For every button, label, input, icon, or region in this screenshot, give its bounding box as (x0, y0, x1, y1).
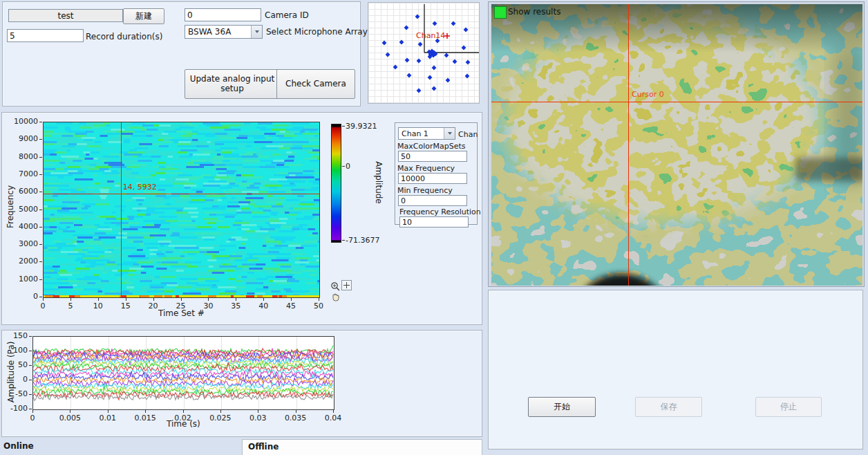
camera-panel: Cursor 0 Show results (488, 1, 865, 287)
tick-mark (126, 298, 126, 301)
spectrogram-cursor-vline[interactable] (121, 122, 122, 297)
tick-mark (43, 298, 44, 301)
cursor-tool-icon[interactable] (341, 280, 352, 290)
waveform-y-tick-label: -100 (10, 404, 28, 413)
tick-mark (181, 298, 182, 301)
waveform-x-tick-label: 0.015 (134, 414, 156, 423)
tick-mark (29, 351, 32, 351)
max-frequency-label: Max Frequency (397, 164, 455, 173)
camera-cursor-vline[interactable] (628, 4, 629, 286)
spectrogram-y-tick-label: 3000 (19, 239, 38, 248)
amplitude-colorbar[interactable] (331, 124, 341, 243)
tick-mark (29, 409, 32, 409)
record-duration-label: Record duration(s) (86, 32, 162, 41)
channel-label: Chan (458, 130, 478, 139)
camera-id-input[interactable] (185, 8, 261, 21)
spectrogram-plot[interactable]: 14, 5932 (43, 122, 320, 298)
camera-id-label: Camera ID (265, 10, 309, 20)
spectrogram-x-tick-label: 40 (258, 301, 268, 310)
max-colormap-label: MaxColorMapSets (397, 142, 465, 151)
tick-mark (29, 365, 32, 366)
tick-mark (39, 139, 42, 140)
tick-mark (39, 297, 42, 297)
offline-tab[interactable]: Offline (242, 439, 482, 455)
spectrogram-y-tick-label: 4000 (19, 222, 38, 231)
frequency-resolution-label: Frequency Resolution (399, 207, 481, 216)
camera-cursor-label: Cursor 0 (632, 90, 664, 99)
tick-mark (70, 298, 71, 301)
max-colormap-input[interactable] (398, 151, 467, 162)
tick-mark (39, 210, 42, 210)
frequency-resolution-input[interactable] (399, 216, 469, 228)
pan-tool-icon[interactable] (330, 292, 341, 303)
mic-array-plot[interactable]: Chan14 (368, 2, 480, 104)
tick-mark (291, 298, 292, 301)
start-button[interactable]: 开始 (528, 397, 596, 417)
tick-mark (145, 410, 146, 413)
waveform-y-tick-label: 100 (13, 346, 28, 355)
spectrogram-cursor-hline[interactable] (44, 194, 319, 194)
tick-mark (70, 410, 70, 413)
new-project-button[interactable]: 新建 (123, 8, 164, 24)
min-frequency-input[interactable] (398, 195, 467, 206)
spectrogram-x-tick-label: 45 (286, 301, 296, 310)
tick-mark (319, 298, 319, 301)
waveform-y-tick-label: 50 (18, 360, 28, 369)
max-frequency-input[interactable] (398, 173, 467, 184)
waveform-x-tick-label: 0 (30, 414, 35, 423)
stop-button[interactable]: 停止 (755, 397, 822, 417)
update-analog-button[interactable]: Update analog input setup (185, 69, 280, 99)
online-tab-label[interactable]: Online (3, 441, 34, 451)
tick-mark (29, 380, 32, 380)
show-results-toggle[interactable] (494, 6, 507, 19)
offline-tab-label: Offline (248, 442, 279, 452)
chevron-down-icon[interactable] (251, 26, 262, 38)
tick-mark (39, 261, 42, 262)
tick-mark (29, 394, 32, 395)
check-camera-button[interactable]: Check Camera (276, 69, 355, 99)
tick-mark (108, 410, 108, 413)
tick-mark (39, 244, 42, 245)
spectrogram-x-tick-label: 35 (231, 301, 240, 310)
waveform-y-tick-label: 0 (23, 375, 28, 384)
channel-controls-box: Chan 1 Chan MaxColorMapSets Max Frequenc… (395, 122, 478, 225)
tick-mark (208, 298, 209, 301)
waveform-x-tick-label: 0.005 (59, 414, 82, 423)
project-name-input[interactable] (8, 9, 123, 22)
tick-mark (98, 298, 99, 301)
chevron-down-icon[interactable] (444, 128, 455, 139)
tick-mark (258, 410, 258, 413)
tick-mark (263, 298, 264, 301)
spectrogram-x-tick-label: 0 (41, 301, 46, 310)
spectrogram-y-tick-label: 6000 (19, 187, 38, 196)
acoustic-camera-app: 新建 Record duration(s) Camera ID BSWA 36A… (0, 0, 868, 455)
tick-mark (29, 336, 32, 337)
spectrogram-x-axis-title: Time Set # (158, 308, 205, 318)
spectrogram-x-tick-label: 50 (314, 301, 323, 310)
mic-array-label: Select Microphone Array (266, 27, 368, 37)
camera-image[interactable]: Cursor 0 Show results (491, 4, 862, 286)
channel-dropdown[interactable]: Chan 1 (398, 127, 455, 140)
tick-mark (39, 279, 42, 280)
waveform-x-axis-title: Time (s) (167, 419, 200, 429)
camera-cursor-hline[interactable] (491, 102, 862, 102)
spectrogram-y-tick-label: 2000 (19, 257, 38, 266)
colorbar-zero-label: 0 (346, 162, 350, 171)
spectrogram-x-tick-label: 30 (203, 301, 213, 310)
waveform-x-tick-label: 0.025 (209, 414, 232, 423)
spectrogram-y-tick-label: 1000 (19, 275, 38, 284)
tick-mark (39, 227, 42, 228)
colorbar-tick (342, 240, 345, 241)
mic-array-dropdown[interactable]: BSWA 36A (185, 25, 263, 39)
save-button[interactable]: 保存 (635, 397, 702, 417)
control-panel: 开始 保存 停止 (488, 290, 863, 449)
spectrogram-x-tick-label: 20 (149, 301, 158, 310)
spectrogram-y-tick-label: 9000 (19, 134, 38, 143)
waveform-plot[interactable] (32, 336, 334, 410)
tick-mark (39, 174, 42, 175)
spectrogram-y-tick-label: 10000 (14, 117, 38, 126)
waveform-x-tick-label: 0.04 (325, 414, 342, 423)
waveform-x-tick-label: 0.01 (100, 414, 117, 423)
record-duration-input[interactable] (7, 29, 84, 42)
colorbar-tick (342, 166, 345, 167)
